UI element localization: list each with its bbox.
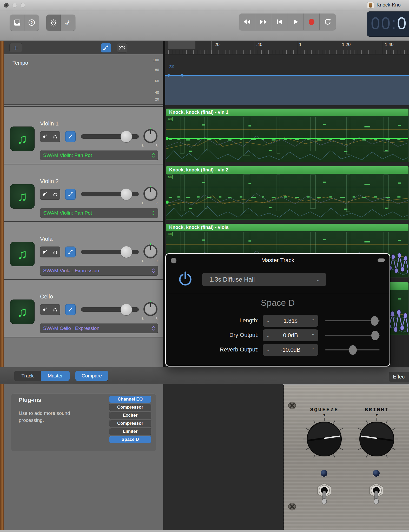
compare-button[interactable]: Compare xyxy=(75,371,108,381)
smart-controls-button[interactable] xyxy=(46,15,61,31)
solo-button[interactable] xyxy=(50,131,60,142)
length-stepper[interactable]: ⌄ 1.31s ⌃ xyxy=(263,315,318,327)
plugin-slot-exciter[interactable]: Exciter xyxy=(109,412,151,419)
plugin-power-button[interactable] xyxy=(177,271,193,288)
cycle-button[interactable] xyxy=(320,14,336,30)
play-button[interactable] xyxy=(287,14,304,30)
automation-points-purple[interactable] xyxy=(387,309,408,334)
volume-slider-thumb[interactable] xyxy=(121,131,132,142)
solo-button[interactable] xyxy=(50,189,60,200)
region-vln1[interactable]: Knock, knock (final) - vln 1 48 xyxy=(166,109,408,162)
tempo-point[interactable] xyxy=(167,74,170,77)
plugin-view-toggle[interactable] xyxy=(378,258,385,262)
plugin-slot-compressor-2[interactable]: Compressor xyxy=(109,420,151,427)
plugin-slot-space-d[interactable]: Space D xyxy=(109,436,151,443)
plugin-slot-channel-eq[interactable]: Channel EQ xyxy=(109,396,151,403)
editors-button[interactable]: ✂ xyxy=(61,15,75,31)
record-button[interactable] xyxy=(304,14,320,30)
volume-slider-thumb[interactable] xyxy=(121,189,132,200)
automation-mode-button[interactable] xyxy=(101,43,111,52)
smart-control-parameter-dropdown[interactable]: SWAM Cello : Expression xyxy=(40,323,158,333)
instrument-icon-tile[interactable]: ♫ xyxy=(10,184,35,209)
rewind-button[interactable] xyxy=(239,14,255,30)
pan-knob[interactable] xyxy=(143,244,157,258)
stepper-down-icon[interactable]: ⌄ xyxy=(266,333,270,338)
tab-master[interactable]: Master xyxy=(41,371,70,381)
track-header-viola[interactable]: ♫ Viola L R SWAM Viola : Expression xyxy=(4,221,163,279)
dry-output-stepper[interactable]: ⌄ 0.0dB ⌃ xyxy=(263,329,318,341)
slider-thumb[interactable] xyxy=(371,331,379,340)
squeeze-toggle-switch[interactable] xyxy=(315,483,333,509)
instrument-icon-tile[interactable]: ♫ xyxy=(10,242,35,266)
volume-slider-thumb[interactable] xyxy=(121,246,132,258)
stepper-up-icon[interactable]: ⌃ xyxy=(311,333,315,338)
track-header-cello[interactable]: ♫ Cello L R SWAM Cello : Expression xyxy=(4,279,163,337)
solo-button[interactable] xyxy=(50,304,60,315)
panel-divider[interactable] xyxy=(163,41,165,367)
track-name[interactable]: Violin 1 xyxy=(40,120,59,127)
track-header-violin1[interactable]: ♫ Violin 1 L R SWAM Violin: Pan Pot xyxy=(4,106,163,164)
close-window-button[interactable] xyxy=(4,3,9,8)
region-header[interactable]: Knock, knock (final) - vln 2 xyxy=(166,166,408,174)
track-automation-button[interactable] xyxy=(65,131,76,142)
pan-knob[interactable] xyxy=(143,129,157,143)
region-header[interactable]: Knock, knock (final) - viola xyxy=(166,224,408,231)
master-track-plugin-window[interactable]: Master Track 1.3s Diffuse Hall ⌄ Space D… xyxy=(165,253,390,367)
track-automation-button[interactable] xyxy=(65,189,76,200)
instrument-icon-tile[interactable]: ♫ xyxy=(10,127,35,151)
lcd-display[interactable]: 00:0 xyxy=(367,11,409,37)
automation-line[interactable] xyxy=(166,138,408,139)
param-value[interactable]: 0.0dB xyxy=(270,332,311,339)
reverb-output-slider[interactable] xyxy=(325,349,380,350)
region-header[interactable]: Knock, knock (final) - vln 1 xyxy=(166,109,408,116)
stepper-down-icon[interactable]: ⌄ xyxy=(266,347,270,353)
tempo-track-header[interactable]: Tempo 100 80 60 40 20 xyxy=(4,54,163,105)
length-slider[interactable] xyxy=(325,320,380,321)
bright-knob[interactable] xyxy=(353,416,400,462)
track-name[interactable]: Violin 2 xyxy=(40,178,59,185)
tab-track[interactable]: Track xyxy=(14,371,41,381)
dry-output-slider[interactable] xyxy=(325,335,380,336)
automation-points-purple[interactable] xyxy=(388,252,408,274)
stepper-up-icon[interactable]: ⌃ xyxy=(311,347,315,353)
slider-thumb[interactable] xyxy=(371,316,379,326)
stepper-up-icon[interactable]: ⌃ xyxy=(311,318,315,324)
squeeze-knob[interactable] xyxy=(301,416,348,462)
instrument-icon-tile[interactable]: ♫ xyxy=(10,300,35,324)
mute-button[interactable] xyxy=(40,247,50,257)
smart-control-parameter-dropdown[interactable]: SWAM Viola : Expression xyxy=(40,266,158,276)
solo-button[interactable] xyxy=(50,247,60,257)
param-value[interactable]: -10.0dB xyxy=(270,347,311,353)
tempo-lane[interactable]: 72 xyxy=(165,55,409,105)
catch-playhead-button[interactable] xyxy=(117,43,127,52)
cycle-range[interactable] xyxy=(168,41,195,49)
volume-slider-thumb[interactable] xyxy=(121,304,132,315)
track-header-violin2[interactable]: ♫ Violin 2 L R SWAM Violin: Pan Pot xyxy=(4,164,163,221)
track-automation-button[interactable] xyxy=(65,247,76,257)
mute-button[interactable] xyxy=(40,131,50,142)
add-track-button[interactable]: + xyxy=(9,43,22,52)
go-to-beginning-button[interactable] xyxy=(271,14,287,30)
param-value[interactable]: 1.31s xyxy=(270,317,311,324)
reverb-output-stepper[interactable]: ⌄ -10.0dB ⌃ xyxy=(263,344,318,356)
time-ruler[interactable]: :20 :40 1 1:20 1:40 xyxy=(165,41,409,54)
quick-help-button[interactable]: ? xyxy=(24,15,39,31)
mute-button[interactable] xyxy=(40,304,50,315)
plugin-slot-compressor-1[interactable]: Compressor xyxy=(109,404,151,411)
fast-forward-button[interactable] xyxy=(255,14,271,30)
smart-control-parameter-dropdown[interactable]: SWAM Violin: Pan Pot xyxy=(40,208,158,218)
track-name[interactable]: Cello xyxy=(40,293,53,300)
region-vln2[interactable]: Knock, knock (final) - vln 2 48 xyxy=(166,166,408,220)
minimize-window-button[interactable] xyxy=(12,3,17,8)
tempo-point[interactable] xyxy=(181,74,183,77)
mute-button[interactable] xyxy=(40,189,50,200)
stepper-down-icon[interactable]: ⌄ xyxy=(266,318,270,324)
zoom-window-button[interactable] xyxy=(21,3,25,8)
automation-line[interactable] xyxy=(166,202,408,202)
pan-knob[interactable] xyxy=(143,187,157,201)
track-name[interactable]: Viola xyxy=(40,236,53,242)
preset-dropdown[interactable]: 1.3s Diffuse Hall ⌄ xyxy=(202,273,326,286)
plugin-slot-limiter[interactable]: Limiter xyxy=(109,428,151,435)
slider-thumb[interactable] xyxy=(349,345,357,355)
smart-control-parameter-dropdown[interactable]: SWAM Violin: Pan Pot xyxy=(40,150,158,160)
